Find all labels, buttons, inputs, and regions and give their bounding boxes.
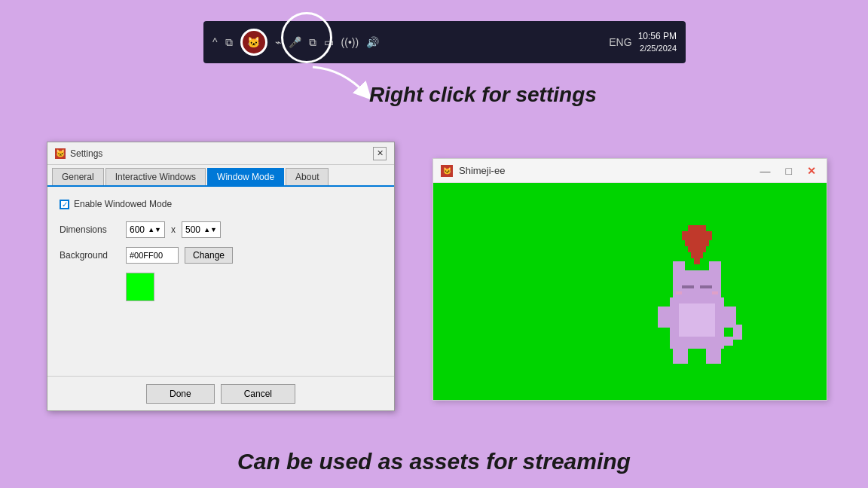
svg-rect-9 (673, 261, 685, 273)
change-color-button[interactable]: Change (185, 247, 233, 264)
svg-rect-4 (688, 246, 706, 252)
dimensions-row: Dimensions 600 ▲▼ x 500 ▲▼ (60, 221, 382, 238)
clock-time: 10:56 PM (638, 31, 677, 43)
arrow-annotation (298, 63, 381, 105)
settings-dialog-icon: 🐱 (55, 148, 66, 159)
taskbar-left: ^ ⧉ 🐱 ⌁ 🎤 ⧉ ▭ ((•)) 🔊 (212, 29, 379, 56)
svg-rect-10 (709, 261, 721, 273)
svg-rect-6 (694, 258, 700, 264)
cancel-button[interactable]: Cancel (221, 384, 295, 404)
tab-general[interactable]: General (52, 168, 104, 185)
color-swatch[interactable] (126, 273, 154, 301)
clock-date: 2/25/2024 (638, 43, 677, 53)
bluetooth-icon: ⌁ (275, 36, 281, 48)
wifi-icon: ((•)) (341, 36, 359, 48)
height-input[interactable]: 500 ▲▼ (182, 221, 221, 238)
green-screen-area (433, 183, 827, 400)
pixel-cat-character (631, 222, 766, 400)
svg-rect-5 (691, 252, 703, 258)
battery-icon: ▭ (324, 36, 334, 48)
shimeji-window-buttons: — □ ✕ (757, 165, 819, 177)
svg-rect-21 (679, 303, 715, 337)
dimensions-label: Dimensions (60, 224, 120, 235)
settings-dialog: 🐱 Settings ✕ General Interactive Windows… (47, 142, 395, 411)
svg-rect-18 (706, 346, 721, 364)
minimize-button[interactable]: — (757, 165, 774, 177)
volume-icon: 🔊 (366, 36, 379, 48)
right-click-label: Right click for settings (369, 83, 597, 107)
shimeji-window: 🐱 Shimeji-ee — □ ✕ (432, 158, 827, 401)
svg-rect-1 (697, 225, 706, 231)
svg-rect-16 (724, 307, 736, 328)
background-color-input[interactable]: #00FF00 (126, 247, 179, 264)
shimeji-titlebar: 🐱 Shimeji-ee — □ ✕ (433, 159, 827, 183)
mic-icon: 🎤 (289, 36, 301, 48)
svg-rect-8 (673, 270, 721, 303)
dialog-tabs: General Interactive Windows Window Mode … (47, 165, 394, 187)
dialog-close-button[interactable]: ✕ (373, 147, 387, 160)
taskbar-right: ENG 10:56 PM 2/25/2024 (609, 31, 677, 53)
svg-rect-11 (682, 285, 694, 288)
shimeji-window-icon: 🐱 (441, 165, 453, 177)
shimeji-title-left: 🐱 Shimeji-ee (441, 165, 505, 177)
clock: 10:56 PM 2/25/2024 (638, 31, 677, 53)
svg-rect-0 (688, 225, 697, 231)
shimeji-app-icon[interactable]: 🐱 (240, 29, 267, 56)
windowed-mode-checkbox[interactable]: ✓ (60, 200, 69, 209)
svg-rect-17 (673, 346, 688, 364)
maximize-button[interactable]: □ (783, 165, 795, 177)
svg-rect-13 (676, 291, 682, 294)
chevron-up-icon: ^ (212, 36, 218, 48)
svg-rect-12 (700, 285, 712, 288)
dialog-titlebar: 🐱 Settings ✕ (47, 142, 394, 165)
width-input[interactable]: 600 ▲▼ (126, 221, 165, 238)
tab-interactive-windows[interactable]: Interactive Windows (105, 168, 206, 185)
svg-rect-14 (712, 291, 718, 294)
background-label: Background (60, 250, 120, 261)
svg-rect-3 (685, 240, 709, 246)
dialog-buttons: Done Cancel (47, 376, 394, 410)
windowed-mode-label: Enable Windowed Mode (74, 199, 172, 209)
windowed-mode-row: ✓ Enable Windowed Mode (60, 199, 382, 209)
taskbar: ^ ⧉ 🐱 ⌁ 🎤 ⧉ ▭ ((•)) 🔊 ENG 10:56 PM 2/25/… (203, 21, 686, 63)
svg-rect-19 (724, 337, 733, 346)
svg-rect-15 (658, 307, 670, 328)
dimension-separator: x (171, 224, 176, 235)
svg-rect-2 (682, 231, 712, 240)
monitor-icon: ⧉ (225, 36, 233, 49)
display-icon: ⧉ (309, 36, 316, 49)
svg-rect-20 (733, 325, 742, 340)
done-button[interactable]: Done (146, 384, 215, 404)
close-button[interactable]: ✕ (804, 165, 819, 177)
dialog-title-left: 🐱 Settings (55, 148, 102, 159)
shimeji-window-title: Shimeji-ee (459, 165, 505, 176)
language-indicator: ENG (609, 36, 631, 48)
dialog-content: ✓ Enable Windowed Mode Dimensions 600 ▲▼… (47, 187, 394, 313)
background-row: Background #00FF00 Change (60, 247, 382, 264)
bottom-caption: Can be used as assets for streaming (0, 449, 868, 474)
tab-window-mode[interactable]: Window Mode (207, 168, 284, 185)
tab-about[interactable]: About (286, 168, 329, 185)
dialog-title-text: Settings (70, 148, 102, 159)
